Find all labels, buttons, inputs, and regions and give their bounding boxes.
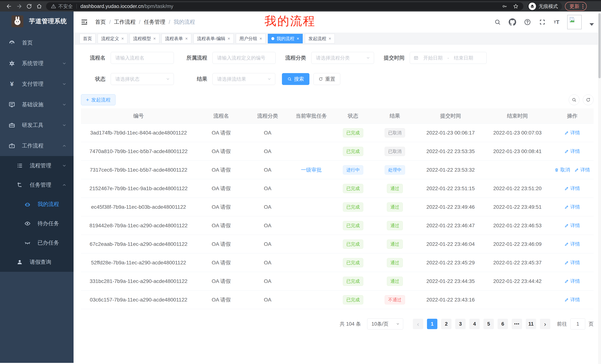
status-badge: 进行中: [343, 165, 363, 175]
sidebar-item-task-mgmt[interactable]: 任务管理: [0, 175, 74, 195]
sidebar-item-infra[interactable]: 基础设施: [0, 94, 74, 115]
sidebar-item-payment[interactable]: ¥ 支付管理: [0, 74, 74, 94]
page-button-5[interactable]: 5: [483, 319, 494, 329]
cancel-button[interactable]: 取消: [554, 167, 570, 173]
current-task-link[interactable]: 一级审批: [301, 166, 322, 173]
fullscreen-icon[interactable]: [539, 19, 546, 26]
page-button-6[interactable]: 6: [498, 319, 508, 329]
page-button-3[interactable]: 3: [455, 319, 466, 329]
tab-process-model[interactable]: 流程模型×: [130, 34, 159, 43]
sidebar-item-system[interactable]: 系统管理: [0, 53, 74, 74]
date-end-placeholder: 结束日期: [454, 55, 473, 61]
tab-start-process[interactable]: 发起流程×: [305, 34, 335, 43]
detail-button[interactable]: 详情: [574, 167, 590, 173]
home-icon[interactable]: [34, 1, 44, 11]
breadcrumb: 首页 / 工作流程 / 任务管理 / 我的流程: [95, 18, 195, 26]
status-select[interactable]: 请选择状态: [111, 73, 174, 85]
avatar-caret-icon[interactable]: [590, 23, 594, 26]
tab-user-group[interactable]: 用户分组×: [236, 34, 266, 43]
tab-process-definition[interactable]: 流程定义×: [98, 34, 127, 43]
password-key-icon[interactable]: [502, 3, 507, 9]
tab-process-form[interactable]: 流程表单×: [161, 34, 191, 43]
goto-page-input[interactable]: [570, 318, 585, 329]
detail-button[interactable]: 详情: [564, 130, 580, 136]
app-logo-row[interactable]: 芋道管理系统: [0, 11, 74, 31]
breadcrumb-item[interactable]: 工作流程: [114, 18, 136, 26]
sidebar-item-my-process[interactable]: 我的流程: [0, 195, 74, 214]
trash-icon: [554, 168, 559, 172]
page-scrollbar[interactable]: [598, 13, 601, 364]
breadcrumb-item[interactable]: 任务管理: [144, 18, 165, 26]
process-name-input[interactable]: [111, 52, 174, 64]
page-button-2[interactable]: 2: [441, 319, 451, 329]
reset-button[interactable]: 重置: [313, 73, 340, 85]
help-icon[interactable]: [524, 19, 531, 26]
detail-button[interactable]: 详情: [564, 148, 580, 154]
close-icon[interactable]: ×: [297, 36, 299, 41]
show-search-toggle-button[interactable]: [569, 95, 580, 105]
sidebar-collapse-icon[interactable]: [80, 18, 88, 26]
close-icon[interactable]: ×: [153, 36, 156, 41]
close-icon[interactable]: ×: [121, 36, 124, 41]
tab-my-process[interactable]: 我的流程×: [268, 34, 303, 43]
page-button-1[interactable]: 1: [427, 319, 437, 329]
sidebar-item-label: 待办任务: [38, 220, 67, 227]
close-icon[interactable]: ×: [185, 36, 188, 41]
submit-time-range-picker[interactable]: 开始日期 - 结束日期: [410, 52, 487, 64]
table-row: 52ffd28e-7b9a-11ec-a290-acde48001122 OA …: [81, 253, 594, 272]
detail-button[interactable]: 详情: [564, 185, 580, 192]
search-icon[interactable]: [494, 19, 501, 25]
next-page-button[interactable]: ›: [540, 319, 550, 329]
sidebar-item-process-mgmt[interactable]: 流程管理: [0, 156, 74, 175]
cell-id: 331bc281-7b9a-11ec-a290-acde48001122: [81, 278, 196, 284]
refresh-icon: [586, 97, 591, 102]
page-title-annotation: 我的流程: [264, 13, 316, 29]
page-button-4[interactable]: 4: [469, 319, 480, 329]
search-button[interactable]: 搜索: [282, 73, 310, 85]
detail-button[interactable]: 详情: [564, 222, 580, 229]
page-button-11[interactable]: 11: [526, 319, 536, 329]
browser-update-button[interactable]: 更新: [565, 2, 587, 11]
url-bar[interactable]: 不安全 dashboard.yudao.iocoder.cn /bpm/task…: [46, 2, 523, 10]
sidebar-item-leave-query[interactable]: 请假查询: [0, 252, 74, 272]
back-icon[interactable]: [4, 1, 14, 11]
prev-page-button[interactable]: ‹: [413, 319, 423, 329]
github-icon[interactable]: [509, 18, 516, 26]
reload-icon[interactable]: [24, 1, 34, 11]
sidebar-item-done-tasks[interactable]: 已办任务: [0, 233, 74, 252]
close-icon[interactable]: ×: [260, 36, 262, 41]
avatar[interactable]: [567, 15, 582, 29]
category-select[interactable]: 请选择流程分类: [311, 52, 374, 64]
close-icon[interactable]: ×: [329, 36, 331, 41]
sidebar-item-devtools[interactable]: 研发工具: [0, 115, 74, 135]
start-process-button[interactable]: + 发起流程: [81, 94, 116, 105]
result-select[interactable]: 请选择流结果: [212, 73, 275, 85]
detail-button[interactable]: 详情: [564, 241, 580, 247]
edit-icon: [564, 149, 569, 153]
breadcrumb-item[interactable]: 首页: [95, 18, 106, 26]
detail-button[interactable]: 详情: [564, 278, 580, 284]
filter-row-2: 状态 请选择状态 结果 请选择流结果 搜索 重置: [81, 73, 594, 85]
sidebar-item-home[interactable]: 首页: [0, 32, 74, 53]
forward-icon[interactable]: [14, 1, 24, 11]
update-label: 更新: [570, 3, 580, 10]
tab-process-form-edit[interactable]: 流程表单-编辑×: [193, 34, 234, 43]
detail-button[interactable]: 详情: [564, 259, 580, 266]
scrollbar-thumb[interactable]: [598, 13, 601, 78]
close-icon[interactable]: ×: [228, 36, 230, 41]
result-badge: 通过: [387, 258, 403, 267]
font-size-icon[interactable]: TT: [554, 19, 559, 25]
sidebar-item-todo-tasks[interactable]: 待办任务: [0, 214, 74, 233]
browser-menu-icon[interactable]: [582, 4, 583, 9]
page-size-select[interactable]: 10条/页: [367, 318, 403, 329]
more-pages-button[interactable]: •••: [512, 319, 522, 329]
sidebar-item-workflow[interactable]: 工作流程: [0, 135, 74, 156]
bookmark-star-icon[interactable]: [513, 3, 519, 9]
process-def-label: 所属流程: [183, 54, 207, 61]
tab-home[interactable]: 首页: [80, 34, 95, 43]
process-def-input[interactable]: [212, 52, 276, 64]
detail-button[interactable]: 详情: [564, 297, 580, 303]
detail-button[interactable]: 详情: [564, 204, 580, 210]
refresh-table-button[interactable]: [583, 95, 594, 105]
toolbox-icon: [9, 122, 15, 129]
